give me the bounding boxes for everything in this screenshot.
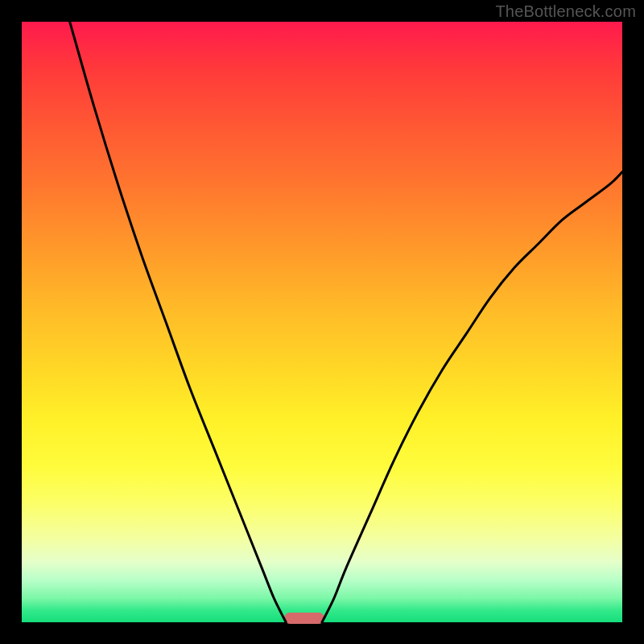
- watermark-text: TheBottleneck.com: [495, 2, 636, 21]
- curve-left-branch: [70, 22, 287, 622]
- bottleneck-marker: [284, 613, 324, 624]
- curves-svg: [0, 0, 644, 644]
- curve-right-branch: [322, 172, 622, 623]
- chart-frame: TheBottleneck.com: [0, 0, 644, 644]
